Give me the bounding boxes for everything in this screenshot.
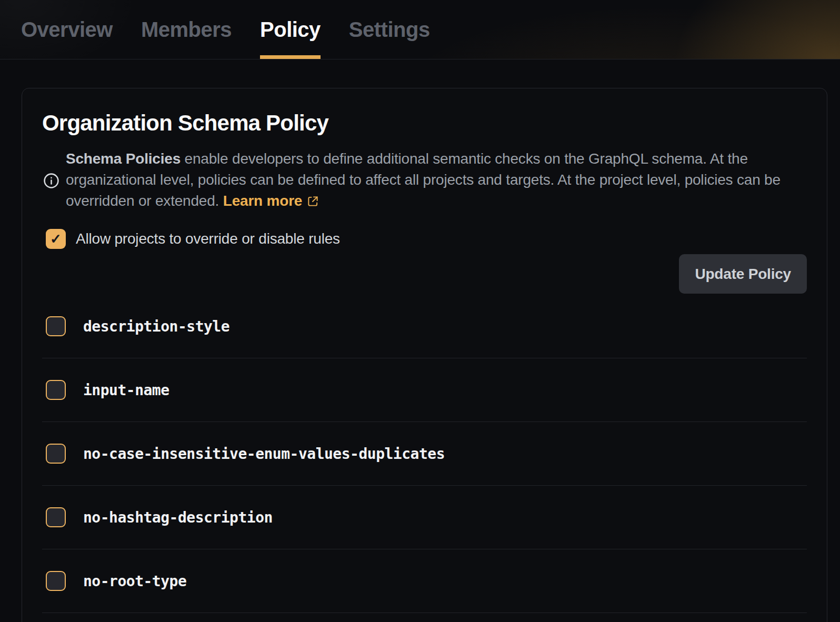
- tab-label: Settings: [349, 18, 430, 42]
- rule-name: no-root-type: [83, 573, 186, 590]
- policy-description: Schema Policies enable developers to def…: [42, 148, 807, 213]
- tab-settings[interactable]: Settings: [349, 0, 430, 59]
- rule-row: no-root-type: [42, 549, 807, 613]
- allow-override-label: Allow projects to override or disable ru…: [76, 230, 340, 247]
- info-icon: [43, 173, 59, 189]
- tab-label: Policy: [260, 18, 321, 42]
- allow-override-checkbox[interactable]: ✓: [46, 229, 66, 249]
- external-link-icon: [307, 192, 319, 213]
- tab-overview[interactable]: Overview: [21, 0, 113, 59]
- tab-label: Overview: [21, 18, 113, 42]
- button-row: Update Policy: [42, 254, 807, 294]
- rule-name: description-style: [83, 318, 229, 335]
- rules-list: description-style input-name no-case-ins…: [42, 295, 807, 613]
- tab-label: Members: [141, 18, 232, 42]
- rule-name: input-name: [83, 382, 169, 399]
- policy-card: Organization Schema Policy Schema Polici…: [22, 88, 827, 622]
- rule-row: input-name: [42, 358, 807, 422]
- description-text: Schema Policies enable developers to def…: [66, 148, 788, 213]
- rule-row: description-style: [42, 295, 807, 358]
- main-content: Organization Schema Policy Schema Polici…: [0, 59, 840, 622]
- rule-name: no-case-insensitive-enum-values-duplicat…: [83, 445, 445, 463]
- tab-bar: Overview Members Policy Settings: [0, 0, 840, 59]
- update-policy-button[interactable]: Update Policy: [679, 254, 807, 294]
- rule-row: no-hashtag-description: [42, 486, 807, 549]
- rule-row: no-case-insensitive-enum-values-duplicat…: [42, 422, 807, 486]
- tab-members[interactable]: Members: [141, 0, 232, 59]
- rule-checkbox[interactable]: [46, 571, 66, 591]
- learn-more-label: Learn more: [223, 193, 303, 209]
- rule-checkbox[interactable]: [46, 444, 66, 464]
- tab-policy[interactable]: Policy: [260, 0, 321, 59]
- rule-checkbox[interactable]: [46, 316, 66, 336]
- active-tab-indicator: [260, 55, 321, 59]
- check-icon: ✓: [50, 231, 62, 247]
- rule-checkbox[interactable]: [46, 507, 66, 527]
- rule-checkbox[interactable]: [46, 380, 66, 400]
- rule-name: no-hashtag-description: [83, 509, 273, 526]
- description-lead: Schema Policies: [66, 151, 181, 167]
- learn-more-link[interactable]: Learn more: [223, 193, 319, 209]
- allow-override-row[interactable]: ✓ Allow projects to override or disable …: [42, 229, 807, 249]
- page-title: Organization Schema Policy: [42, 111, 807, 136]
